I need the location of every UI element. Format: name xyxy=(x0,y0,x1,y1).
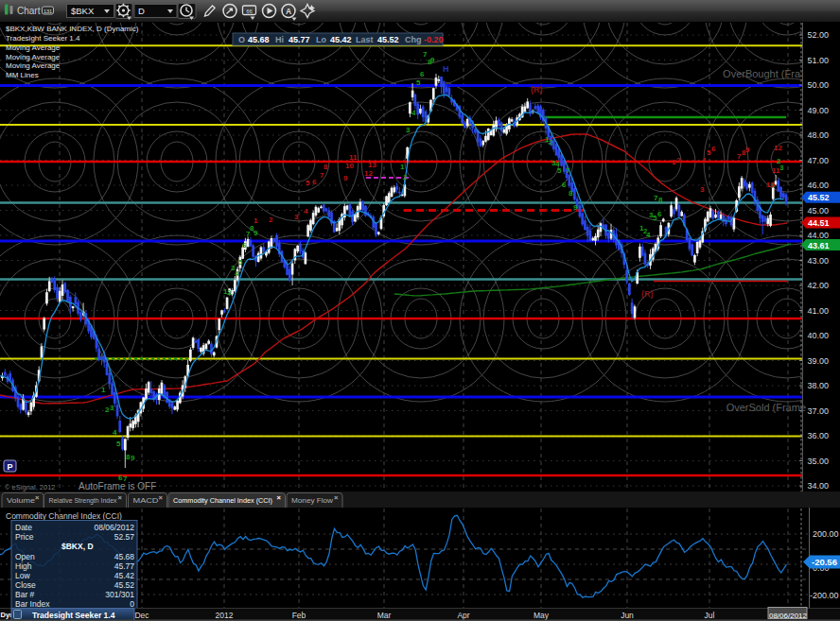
svg-text:3: 3 xyxy=(700,185,705,194)
svg-text:8: 8 xyxy=(658,196,663,204)
svg-text:37.00: 37.00 xyxy=(808,406,830,416)
svg-text:8: 8 xyxy=(569,189,573,198)
svg-text:Date: Date xyxy=(15,523,32,532)
svg-text:6: 6 xyxy=(312,178,317,186)
svg-text:48.00: 48.00 xyxy=(808,130,830,140)
svg-text:52.57: 52.57 xyxy=(114,532,135,542)
svg-text:Bar #: Bar # xyxy=(15,590,35,599)
svg-text:35.00: 35.00 xyxy=(808,457,830,466)
svg-text:MM Lines: MM Lines xyxy=(6,71,39,79)
svg-text:66: 66 xyxy=(246,9,253,14)
svg-text:10: 10 xyxy=(766,181,775,189)
svg-text:-200.00: -200.00 xyxy=(810,591,839,600)
svg-text:5: 5 xyxy=(238,258,243,267)
svg-text:High: High xyxy=(15,561,32,571)
svg-text:5: 5 xyxy=(416,78,421,87)
svg-text:A: A xyxy=(286,7,291,16)
svg-text:0: 0 xyxy=(130,599,134,609)
svg-text:45.52: 45.52 xyxy=(114,580,135,590)
svg-text:13: 13 xyxy=(368,161,376,169)
svg-text:Tradesight Seeker 1.4: Tradesight Seeker 1.4 xyxy=(6,34,80,43)
svg-text:×: × xyxy=(35,493,40,502)
svg-text:7: 7 xyxy=(123,474,128,483)
svg-text:2: 2 xyxy=(549,138,553,147)
svg-text:Relative Strength Index: Relative Strength Index xyxy=(49,496,117,505)
svg-text:3: 3 xyxy=(406,126,411,134)
svg-text:44.00: 44.00 xyxy=(808,231,830,240)
svg-text:AutoFrame is OFF: AutoFrame is OFF xyxy=(79,481,156,492)
svg-text:9: 9 xyxy=(254,229,258,237)
svg-text:1: 1 xyxy=(400,163,405,171)
svg-text:Apr: Apr xyxy=(457,611,469,620)
svg-text:4: 4 xyxy=(702,156,707,164)
svg-text:44.51: 44.51 xyxy=(808,218,830,228)
svg-text:9: 9 xyxy=(745,146,750,154)
svg-text:Moving Average: Moving Average xyxy=(6,61,61,70)
svg-text:6: 6 xyxy=(420,70,425,78)
svg-text:Mar: Mar xyxy=(377,611,392,620)
svg-text:43.61: 43.61 xyxy=(808,241,830,250)
svg-text:© eSignal, 2012: © eSignal, 2012 xyxy=(5,483,55,492)
svg-text:Chg: Chg xyxy=(405,35,422,44)
svg-text:9: 9 xyxy=(430,56,435,64)
svg-text:Lo: Lo xyxy=(316,35,326,44)
svg-text:45.00: 45.00 xyxy=(808,206,830,216)
svg-text:11: 11 xyxy=(772,166,780,175)
svg-text:May: May xyxy=(534,611,550,620)
svg-text:3: 3 xyxy=(110,404,114,412)
svg-text:5: 5 xyxy=(557,166,562,175)
svg-text:4: 4 xyxy=(411,109,416,117)
svg-text:6: 6 xyxy=(657,210,662,218)
svg-text:45.68: 45.68 xyxy=(114,552,135,561)
svg-text:12: 12 xyxy=(774,144,782,152)
svg-text:49.00: 49.00 xyxy=(808,106,830,115)
svg-text:2: 2 xyxy=(269,216,273,224)
svg-text:Commodity Channel Index (CCI): Commodity Channel Index (CCI) xyxy=(173,496,272,505)
svg-text:40.00: 40.00 xyxy=(808,331,830,340)
svg-text:45.77: 45.77 xyxy=(114,561,135,571)
svg-text:9: 9 xyxy=(343,174,348,182)
svg-text:200.00: 200.00 xyxy=(813,529,839,539)
svg-text:4: 4 xyxy=(235,269,239,278)
svg-text:Open: Open xyxy=(15,552,35,561)
svg-text:D: D xyxy=(138,6,145,16)
svg-text:$BKX, D: $BKX, D xyxy=(61,542,94,551)
svg-text:5: 5 xyxy=(116,440,121,448)
svg-text:4: 4 xyxy=(646,231,651,239)
svg-text:Moving Average: Moving Average xyxy=(6,43,61,52)
svg-text:Volume: Volume xyxy=(7,496,36,505)
svg-text:6: 6 xyxy=(562,181,567,189)
svg-text:6: 6 xyxy=(242,241,247,250)
svg-text:9: 9 xyxy=(131,454,135,462)
svg-text:-20.56: -20.56 xyxy=(812,557,837,567)
svg-text:1: 1 xyxy=(254,216,258,225)
svg-text:$BKX: $BKX xyxy=(71,6,95,16)
svg-text:Chart: Chart xyxy=(17,6,41,16)
svg-text:47.00: 47.00 xyxy=(808,156,830,165)
svg-text:1: 1 xyxy=(101,386,106,394)
svg-text:OverBought (Fra: OverBought (Fra xyxy=(723,68,801,79)
svg-text:45.42: 45.42 xyxy=(114,571,135,580)
svg-text:4: 4 xyxy=(113,428,117,437)
svg-text:MACD: MACD xyxy=(133,496,159,505)
svg-text:11: 11 xyxy=(349,153,358,162)
svg-text:Jun: Jun xyxy=(621,611,634,620)
svg-text:43.00: 43.00 xyxy=(808,256,830,266)
svg-text:34.00: 34.00 xyxy=(808,481,830,491)
svg-text:2: 2 xyxy=(227,288,232,297)
svg-text:3: 3 xyxy=(294,213,299,221)
svg-text:2: 2 xyxy=(676,156,681,164)
svg-text:(R): (R) xyxy=(641,289,654,299)
svg-text:45.68: 45.68 xyxy=(248,35,270,44)
svg-text:42.00: 42.00 xyxy=(808,281,830,290)
svg-text:45.77: 45.77 xyxy=(289,35,310,44)
svg-text:5: 5 xyxy=(306,179,310,187)
svg-text:OverSold (Frame: OverSold (Frame xyxy=(726,402,806,413)
svg-text:2: 2 xyxy=(403,173,408,181)
svg-text:6: 6 xyxy=(711,145,716,153)
svg-text:Bar Index: Bar Index xyxy=(15,599,50,609)
svg-text:7: 7 xyxy=(320,171,324,180)
svg-text:×: × xyxy=(334,493,339,502)
svg-text:H: H xyxy=(443,64,449,74)
svg-text:Tradesight Seeker 1.4: Tradesight Seeker 1.4 xyxy=(32,611,115,620)
